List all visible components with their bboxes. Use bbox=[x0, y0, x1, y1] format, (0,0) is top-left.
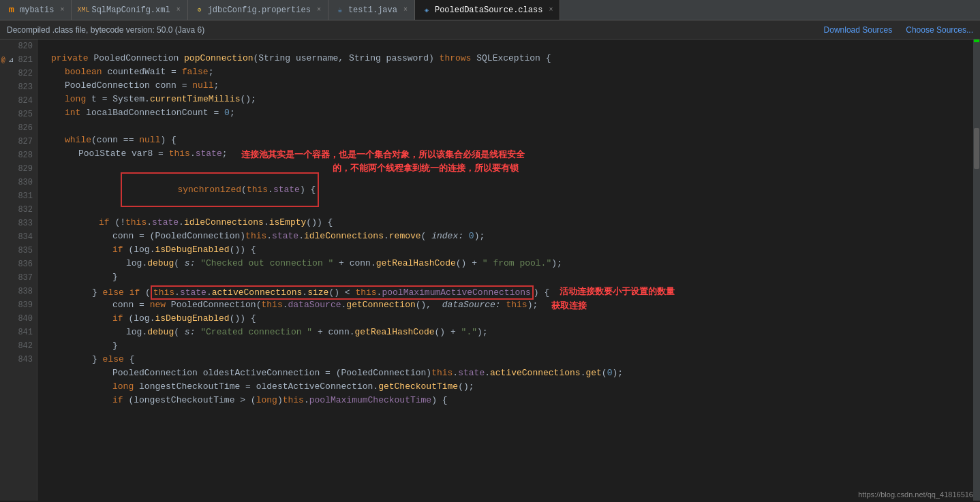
code-line-834: } bbox=[37, 272, 973, 285]
sqlmap-icon: XML bbox=[78, 5, 88, 15]
gutter-826: 826 bbox=[0, 121, 37, 135]
gutter-836: 836 bbox=[0, 257, 37, 271]
tab-mybatis-label: mybatis bbox=[20, 5, 54, 15]
code-line-822: boolean countedWait = false; bbox=[37, 67, 973, 80]
code-line-820 bbox=[37, 40, 973, 53]
code-line-839: } bbox=[37, 341, 973, 354]
tab-sqlmap[interactable]: XML SqlMapConifg.xml × bbox=[72, 0, 187, 20]
tab-sqlmap-label: SqlMapConifg.xml bbox=[91, 5, 170, 15]
info-bar: Decompiled .class file, bytecode version… bbox=[0, 20, 980, 40]
code-line-838: log.debug( s: "Created connection " + co… bbox=[37, 327, 973, 341]
gutter-829: 829 bbox=[0, 162, 37, 176]
gutter-827: 827 bbox=[0, 135, 37, 148]
gutter-841: 841 bbox=[0, 326, 37, 339]
gutter-833: 833 bbox=[0, 217, 37, 230]
download-sources-link[interactable]: Download Sources bbox=[824, 25, 893, 35]
tab-bar: m mybatis × XML SqlMapConifg.xml × ⚙ jdb… bbox=[0, 0, 980, 20]
code-line-827: while(conn == null) { bbox=[37, 135, 973, 148]
tab-test1-close[interactable]: × bbox=[403, 6, 408, 14]
code-line-835: } else if (this.state.activeConnections.… bbox=[37, 285, 973, 300]
code-line-841: PooledConnection oldestActiveConnection … bbox=[37, 368, 973, 381]
code-editor[interactable]: private PooledConnection popConnection(S… bbox=[37, 40, 973, 501]
code-line-830: if (!this.state.idleConnections.isEmpty(… bbox=[37, 217, 973, 231]
tab-sqlmap-close[interactable]: × bbox=[177, 6, 181, 14]
choose-sources-link[interactable]: Choose Sources... bbox=[906, 25, 973, 35]
tab-pooled[interactable]: ◈ PooledDataSource.class × bbox=[415, 0, 560, 20]
decompiled-info: Decompiled .class file, bytecode version… bbox=[7, 25, 204, 35]
code-line-837: if (log.isDebugEnabled()) { bbox=[37, 313, 973, 327]
pooled-icon: ◈ bbox=[422, 5, 431, 15]
gutter-842: 842 bbox=[0, 339, 37, 353]
gutter-822: 822 bbox=[0, 67, 37, 80]
line-gutter: 820 @ ⊿ 821 822 823 824 825 826 827 828 … bbox=[0, 40, 37, 501]
watermark: https://blog.csdn.net/qq_41816516 bbox=[858, 490, 973, 499]
jdbc-icon: ⚙ bbox=[195, 5, 204, 15]
tab-jdbc-label: jdbcConfig.properties bbox=[208, 5, 311, 15]
tab-pooled-close[interactable]: × bbox=[549, 6, 553, 14]
code-line-832: if (log.isDebugEnabled()) { bbox=[37, 245, 973, 258]
gutter-840: 840 bbox=[0, 312, 37, 326]
tab-mybatis-close[interactable]: × bbox=[60, 6, 64, 14]
code-line-826 bbox=[37, 121, 973, 135]
tab-test1[interactable]: ☕ test1.java × bbox=[328, 0, 415, 20]
tab-pooled-label: PooledDataSource.class bbox=[435, 5, 542, 15]
gutter-834: 834 bbox=[0, 230, 37, 244]
scrollbar-track[interactable] bbox=[974, 46, 979, 501]
gutter-832: 832 bbox=[0, 203, 37, 217]
gutter-835: 835 bbox=[0, 244, 37, 257]
tab-jdbc-close[interactable]: × bbox=[317, 6, 321, 14]
bookmark-icon: ⊿ bbox=[8, 55, 15, 65]
code-line-824: long t = System.currentTimeMillis(); bbox=[37, 94, 973, 108]
at-icon: @ bbox=[0, 55, 7, 65]
mybatis-icon: m bbox=[7, 5, 16, 15]
code-line-823: PooledConnection conn = null; bbox=[37, 80, 973, 94]
gutter-828: 828 bbox=[0, 148, 37, 162]
gutter-824: 824 bbox=[0, 94, 37, 108]
scrollbar-thumb[interactable] bbox=[974, 128, 979, 169]
gutter-838: 838 bbox=[0, 285, 37, 298]
code-line-821: private PooledConnection popConnection(S… bbox=[37, 53, 973, 67]
tab-jdbc[interactable]: ⚙ jdbcConfig.properties × bbox=[188, 0, 328, 20]
gutter-837: 837 bbox=[0, 271, 37, 285]
code-line-843: if (longestCheckoutTime > (long)this.poo… bbox=[37, 395, 973, 409]
code-line-842: long longestCheckoutTime = oldestActiveC… bbox=[37, 381, 973, 395]
gutter-820: 820 bbox=[0, 40, 37, 53]
code-line-831: conn = (PooledConnection)this.state.idle… bbox=[37, 231, 973, 245]
tab-test1-label: test1.java bbox=[348, 5, 397, 15]
code-line-829: synchronized(this.state) { 的，不能两个线程拿到统一的… bbox=[37, 162, 973, 217]
scrollbar[interactable] bbox=[973, 40, 980, 501]
code-line-825: int localBadConnectionCount = 0; bbox=[37, 108, 973, 121]
gutter-821: @ ⊿ 821 bbox=[0, 53, 37, 67]
gutter-830: 830 bbox=[0, 176, 37, 189]
gutter-823: 823 bbox=[0, 80, 37, 94]
gutter-843: 843 bbox=[0, 353, 37, 366]
gutter-839: 839 bbox=[0, 298, 37, 312]
code-line-836: conn = new PooledConnection(this.dataSou… bbox=[37, 300, 973, 313]
info-bar-links: Download Sources Choose Sources... bbox=[824, 25, 973, 35]
tab-mybatis[interactable]: m mybatis × bbox=[0, 0, 72, 20]
gutter-825: 825 bbox=[0, 108, 37, 121]
editor-container: 820 @ ⊿ 821 822 823 824 825 826 827 828 … bbox=[0, 40, 980, 501]
test1-icon: ☕ bbox=[335, 5, 345, 15]
code-line-840: } else { bbox=[37, 354, 973, 368]
code-line-833: log.debug( s: "Checked out connection " … bbox=[37, 258, 973, 272]
gutter-831: 831 bbox=[0, 189, 37, 203]
code-line-828: PoolState var8 = this.state; 连接池其实是一个容器，… bbox=[37, 148, 973, 162]
